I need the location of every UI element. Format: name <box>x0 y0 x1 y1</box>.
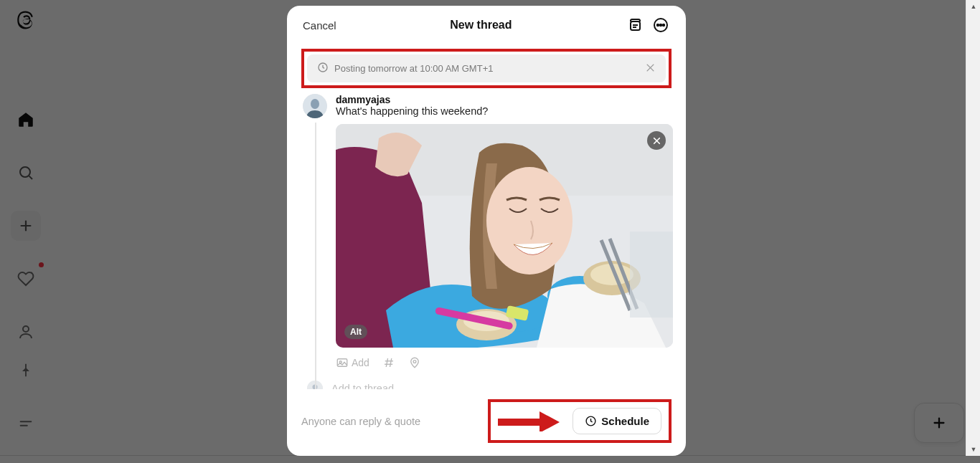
add-to-thread-button[interactable]: Add to thread <box>303 381 670 389</box>
scroll-down-icon[interactable]: ▼ <box>966 443 980 456</box>
svg-line-43 <box>390 358 391 367</box>
cancel-button[interactable]: Cancel <box>303 19 336 32</box>
svg-marker-48 <box>540 411 560 431</box>
drafts-icon[interactable] <box>626 16 644 34</box>
scroll-thumb[interactable] <box>968 13 979 443</box>
reply-scope-button[interactable]: Anyone can reply & quote <box>301 416 420 427</box>
attach-image-button[interactable]: Add <box>336 356 369 369</box>
close-banner-icon[interactable] <box>645 62 656 75</box>
add-label: Add <box>352 357 369 368</box>
svg-point-15 <box>660 24 661 26</box>
svg-point-14 <box>657 24 659 26</box>
clock-icon <box>317 62 329 75</box>
scrollbar[interactable]: ▲ ▼ <box>966 0 980 456</box>
schedule-banner-highlight: Posting tomorrow at 10:00 AM GMT+1 <box>301 49 672 88</box>
location-button[interactable] <box>408 356 421 369</box>
add-to-thread-label: Add to thread <box>331 383 394 389</box>
svg-point-44 <box>413 361 416 363</box>
hashtag-button[interactable] <box>382 356 395 369</box>
new-thread-modal: Cancel New thread Posting tomorrow at 10… <box>287 6 686 456</box>
scroll-up-icon[interactable]: ▲ <box>966 0 980 13</box>
more-options-icon[interactable] <box>651 16 670 34</box>
svg-point-21 <box>311 99 319 109</box>
user-avatar[interactable] <box>303 94 327 118</box>
schedule-banner-text: Posting tomorrow at 10:00 AM GMT+1 <box>334 63 493 74</box>
alt-text-button[interactable]: Alt <box>344 325 367 339</box>
attached-photo <box>336 124 673 348</box>
svg-point-16 <box>663 24 664 26</box>
post-text[interactable]: What's happening this weekend? <box>336 105 673 117</box>
svg-rect-35 <box>630 231 673 318</box>
svg-point-26 <box>486 167 573 275</box>
modal-footer: Anyone can reply & quote Schedule <box>287 389 686 456</box>
image-attachment: Alt <box>336 124 673 348</box>
remove-image-button[interactable] <box>647 131 666 150</box>
svg-line-42 <box>386 358 387 367</box>
modal-header: Cancel New thread <box>287 6 686 44</box>
username[interactable]: dammyajas <box>336 94 673 105</box>
svg-rect-47 <box>498 419 541 426</box>
schedule-button-label: Schedule <box>601 415 649 427</box>
schedule-banner: Posting tomorrow at 10:00 AM GMT+1 <box>307 54 666 82</box>
modal-title: New thread <box>450 19 512 32</box>
schedule-button[interactable]: Schedule <box>573 408 661 434</box>
schedule-button-highlight: Schedule <box>488 399 672 443</box>
thread-line <box>315 123 316 389</box>
arrow-annotation <box>498 411 560 431</box>
